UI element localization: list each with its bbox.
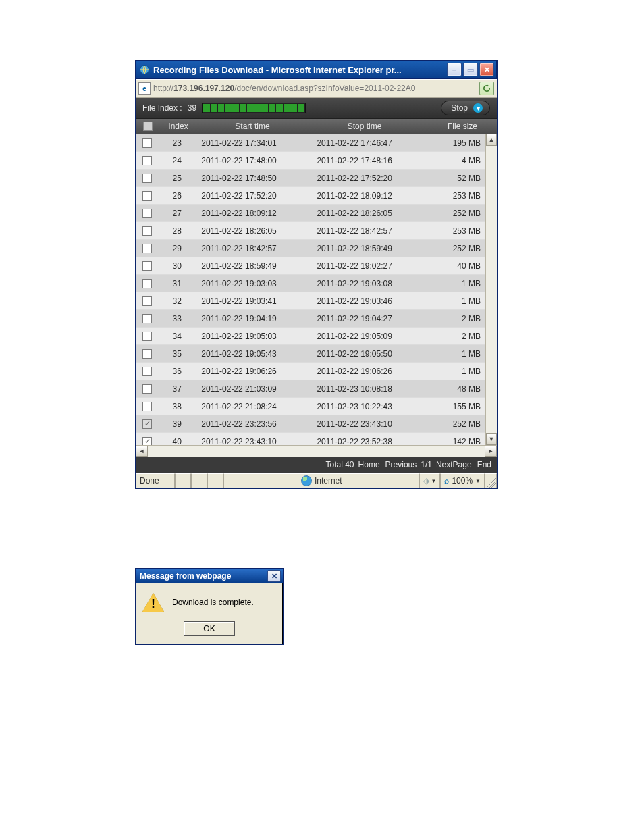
table-row[interactable]: 382011-02-22 21:08:242011-02-23 10:22:43… (136, 398, 497, 415)
table-row[interactable]: 402011-02-22 23:43:102011-02-22 23:52:38… (136, 433, 497, 445)
table-row[interactable]: 302011-02-22 18:59:492011-02-22 19:02:27… (136, 257, 497, 275)
table-row[interactable]: 332011-02-22 19:04:192011-02-22 19:04:27… (136, 310, 497, 328)
header-index[interactable]: Index (160, 122, 196, 131)
table-row[interactable]: 252011-02-22 17:48:502011-02-22 17:52:20… (136, 170, 497, 187)
scroll-left-button[interactable]: ◄ (136, 446, 148, 457)
row-stop-time: 2011-02-22 17:48:16 (310, 156, 425, 165)
dialog-close-button[interactable]: ✕ (267, 570, 281, 582)
row-checkbox[interactable] (142, 156, 152, 165)
row-checkbox[interactable] (142, 174, 152, 183)
row-index: 23 (159, 138, 194, 148)
row-checkbox[interactable] (142, 226, 152, 236)
row-checkbox[interactable] (142, 384, 152, 394)
minimize-button[interactable]: – (447, 63, 462, 76)
row-file-size: 52 MB (426, 174, 487, 183)
header-stop-time[interactable]: Stop time (308, 122, 421, 131)
row-index: 24 (159, 156, 194, 165)
header-file-size[interactable]: File size (421, 122, 483, 131)
select-all-checkbox[interactable] (143, 122, 153, 131)
row-stop-time: 2011-02-22 19:03:46 (310, 296, 425, 306)
row-stop-time: 2011-02-22 19:05:50 (310, 349, 425, 359)
table-row[interactable]: 392011-02-22 23:23:562011-02-22 23:43:10… (136, 415, 497, 433)
table-row[interactable]: 312011-02-22 19:03:032011-02-22 19:03:08… (136, 275, 497, 292)
row-start-time: 2011-02-22 17:48:50 (194, 174, 310, 183)
row-checkbox[interactable] (142, 209, 152, 218)
table-row[interactable]: 262011-02-22 17:52:202011-02-22 18:09:12… (136, 187, 497, 205)
pager-end[interactable]: End (476, 460, 493, 469)
row-checkbox[interactable] (142, 332, 152, 341)
table-row[interactable]: 242011-02-22 17:48:002011-02-22 17:48:16… (136, 152, 497, 170)
header-start-time[interactable]: Start time (196, 122, 308, 131)
horizontal-scrollbar[interactable]: ◄ ► (136, 445, 497, 457)
protected-mode-pane[interactable]: ⬗ ▼ (419, 473, 440, 488)
row-index: 25 (159, 174, 194, 183)
dialog-buttons: OK (136, 617, 283, 644)
row-stop-time: 2011-02-22 17:52:20 (310, 174, 425, 183)
address-text[interactable]: http://173.196.197.120/doc/en/download.a… (153, 84, 477, 93)
row-checkbox[interactable] (142, 437, 152, 446)
pager-page: 1/1 (421, 460, 432, 469)
dialog-message: Download is complete. (172, 598, 254, 607)
close-button[interactable]: ✕ (479, 63, 494, 76)
title-bar[interactable]: Recording Files Download - Microsoft Int… (136, 60, 497, 79)
row-checkbox[interactable] (142, 279, 152, 288)
row-checkbox[interactable] (142, 244, 152, 253)
table-row[interactable]: 272011-02-22 18:09:122011-02-22 18:26:05… (136, 205, 497, 222)
table-row[interactable]: 342011-02-22 19:05:032011-02-22 19:05:09… (136, 328, 497, 345)
row-start-time: 2011-02-22 18:42:57 (194, 244, 310, 253)
pager: Total 40 Home Previous 1/1 NextPage End (136, 457, 497, 473)
row-checkbox[interactable] (142, 261, 152, 271)
row-checkbox[interactable] (142, 367, 152, 376)
scroll-down-button[interactable]: ▼ (486, 433, 497, 445)
stop-button[interactable]: Stop ▾ (441, 101, 490, 115)
row-checkbox[interactable] (142, 191, 152, 201)
stop-button-label: Stop (451, 103, 468, 113)
scroll-up-button[interactable]: ▲ (486, 134, 497, 146)
row-file-size: 40 MB (426, 261, 487, 271)
dialog-ok-button[interactable]: OK (184, 621, 235, 636)
table-row[interactable]: 322011-02-22 19:03:412011-02-22 19:03:46… (136, 292, 497, 310)
scroll-right-button[interactable]: ► (485, 446, 497, 457)
vertical-scrollbar[interactable]: ▲ ▼ (485, 134, 497, 445)
dropdown-icon: ▼ (431, 478, 436, 484)
row-checkbox[interactable] (142, 419, 152, 429)
row-start-time: 2011-02-22 18:09:12 (194, 209, 310, 218)
refresh-button[interactable] (479, 82, 494, 95)
table-row[interactable]: 292011-02-22 18:42:572011-02-22 18:59:49… (136, 240, 497, 257)
pager-home[interactable]: Home (357, 460, 381, 469)
page-icon: e (138, 82, 151, 95)
shield-icon: ⬗ (423, 476, 429, 486)
row-checkbox[interactable] (142, 349, 152, 359)
status-pane-2 (191, 473, 207, 488)
table-row[interactable]: 352011-02-22 19:05:432011-02-22 19:05:50… (136, 345, 497, 363)
dialog-title-bar[interactable]: Message from webpage ✕ (136, 569, 283, 583)
row-file-size: 195 MB (426, 138, 487, 148)
table-row[interactable]: 282011-02-22 18:26:052011-02-22 18:42:57… (136, 222, 497, 240)
row-checkbox[interactable] (142, 296, 152, 306)
scroll-track[interactable] (486, 146, 497, 433)
table-row[interactable]: 362011-02-22 19:06:262011-02-22 19:06:26… (136, 363, 497, 380)
row-start-time: 2011-02-22 19:03:03 (194, 279, 310, 288)
status-pane-3 (207, 473, 223, 488)
row-start-time: 2011-02-22 17:52:20 (194, 191, 310, 201)
resize-grip[interactable] (485, 473, 497, 488)
url-path: /doc/en/download.asp?szInfoValue=2011-02… (234, 84, 415, 93)
pager-next[interactable]: NextPage (435, 460, 473, 469)
status-pane-1 (175, 473, 191, 488)
maximize-button[interactable]: ▭ (463, 63, 478, 76)
row-file-size: 253 MB (426, 226, 487, 236)
status-zone-text: Internet (315, 476, 342, 486)
pager-previous[interactable]: Previous (384, 460, 419, 469)
row-start-time: 2011-02-22 19:05:43 (194, 349, 310, 359)
row-checkbox[interactable] (142, 314, 152, 323)
row-checkbox[interactable] (142, 402, 152, 411)
row-file-size: 252 MB (426, 419, 487, 429)
hscroll-track[interactable] (148, 446, 485, 457)
zoom-pane[interactable]: ⌕ 100% ▼ (440, 473, 485, 488)
progress-bar (202, 103, 306, 113)
row-checkbox[interactable] (142, 138, 152, 148)
table-row[interactable]: 232011-02-22 17:34:012011-02-22 17:46:47… (136, 134, 497, 152)
url-prefix: http:// (153, 84, 173, 93)
row-start-time: 2011-02-22 18:59:49 (194, 261, 310, 271)
table-row[interactable]: 372011-02-22 21:03:092011-02-23 10:08:18… (136, 380, 497, 398)
